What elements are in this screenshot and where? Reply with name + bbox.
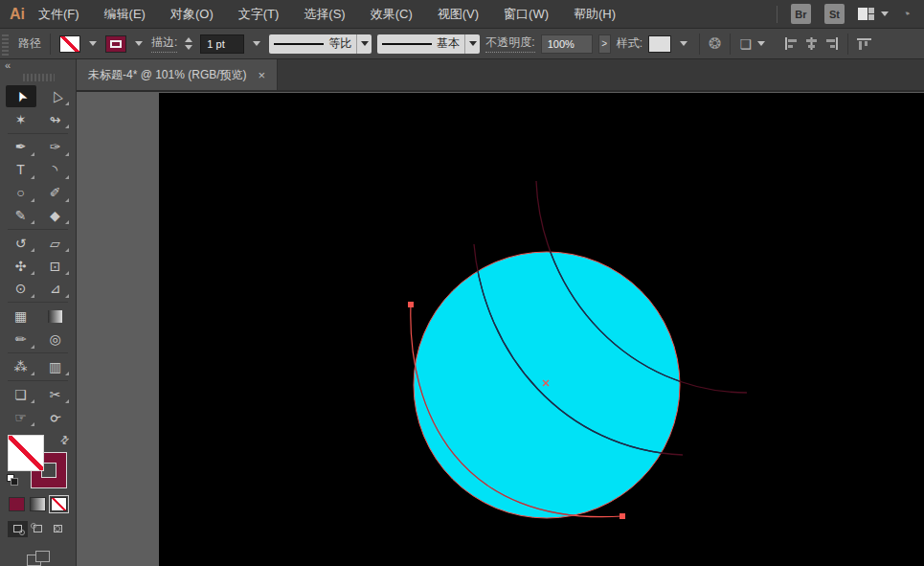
hand-tool[interactable]: ☞ — [6, 406, 36, 428]
stroke-color-dropdown[interactable] — [132, 35, 146, 53]
menu-items: 文件(F) 编辑(E) 对象(O) 文字(T) 选择(S) 效果(C) 视图(V… — [38, 6, 616, 23]
zoom-tool[interactable]: ☌ — [40, 406, 71, 428]
graphic-style-dropdown[interactable] — [677, 35, 690, 53]
vertical-align-top-button[interactable] — [857, 37, 871, 50]
curvature-tool[interactable]: ✑ — [40, 136, 71, 158]
menu-item-window[interactable]: 窗口(W) — [504, 6, 549, 23]
gpu-performance-icon[interactable]: ◔ — [899, 5, 913, 23]
menu-item-type[interactable]: 文字(T) — [238, 6, 280, 23]
control-bar-grip[interactable] — [2, 33, 9, 56]
shaper-tool[interactable]: ✎ — [6, 204, 36, 226]
stroke-weight-stepper[interactable] — [183, 37, 194, 50]
canvas-area[interactable] — [77, 92, 924, 566]
chevron-down-icon — [361, 41, 369, 46]
anchor-point-end[interactable] — [620, 513, 625, 519]
document-tab[interactable]: 未标题-4* @ 101% (RGB/预览) × — [77, 59, 278, 90]
stroke-weight-dropdown[interactable] — [250, 35, 263, 53]
draw-inside-button[interactable] — [48, 521, 68, 537]
panel-drag-grip[interactable] — [21, 74, 55, 81]
graphic-style-swatch[interactable] — [648, 35, 671, 53]
none-button[interactable] — [51, 497, 67, 511]
menu-item-effect[interactable]: 效果(C) — [371, 6, 413, 23]
control-bar: 路径 描边: 1 pt 等比 基本 不透明度: 100% > 样式: ❂ ❏ — [0, 29, 924, 59]
document-setup-icon[interactable]: ❏ — [739, 36, 752, 52]
artwork-circle[interactable] — [414, 252, 680, 518]
menu-item-object[interactable]: 对象(O) — [170, 6, 214, 23]
document-tab-title: 未标题-4* @ 101% (RGB/预览) — [88, 67, 247, 83]
opacity-field[interactable]: 100% — [541, 34, 593, 54]
curvature-tool-icon: ✑ — [50, 140, 61, 153]
chevron-down-icon — [881, 11, 889, 16]
fill-stroke-indicator: ⇄ — [7, 434, 70, 488]
workspace-switcher[interactable] — [858, 8, 889, 20]
rotate-tool[interactable]: ↺ — [6, 232, 36, 254]
pen-tool-icon: ✒ — [15, 140, 27, 153]
eraser-tool[interactable]: ◆ — [40, 204, 71, 226]
pen-tool[interactable]: ✒ — [6, 136, 36, 158]
type-tool[interactable]: T — [6, 159, 36, 181]
fill-proxy-swatch[interactable] — [9, 436, 43, 470]
magic-wand-tool[interactable]: ✶ — [6, 108, 36, 130]
fill-color-dropdown[interactable] — [86, 35, 100, 53]
stroke-label[interactable]: 描边: — [151, 34, 177, 53]
slice-tool[interactable]: ✂ — [40, 383, 71, 405]
menu-item-edit[interactable]: 编辑(E) — [104, 6, 146, 23]
variable-width-profile-select[interactable]: 等比 — [269, 34, 372, 54]
artboard-tool[interactable]: ❏ — [6, 383, 36, 405]
change-screen-mode-icon[interactable] — [27, 551, 50, 566]
color-button[interactable] — [9, 497, 25, 511]
gradient-button[interactable] — [30, 497, 46, 511]
menu-item-file[interactable]: 文件(F) — [38, 6, 79, 23]
perspective-grid-tool-icon: ⊿ — [50, 282, 61, 295]
column-graph-tool[interactable]: ▥ — [40, 355, 71, 377]
selection-tool-icon: ➤ — [12, 89, 30, 105]
brush-definition-select[interactable]: 基本 — [377, 34, 480, 54]
line-segment-tool[interactable]: ◝ — [40, 159, 71, 181]
menu-item-view[interactable]: 视图(V) — [438, 6, 479, 23]
drawing-mode-buttons — [0, 521, 76, 537]
magic-wand-tool-icon: ✶ — [15, 113, 27, 126]
free-transform-tool[interactable]: ⊡ — [40, 255, 71, 277]
draw-behind-button[interactable] — [28, 521, 48, 537]
chevron-down-icon[interactable] — [757, 41, 765, 46]
perspective-grid-tool[interactable]: ⊿ — [40, 278, 71, 300]
direct-selection-tool[interactable]: ▷ — [40, 85, 71, 107]
opacity-label[interactable]: 不透明度: — [485, 34, 534, 53]
eyedropper-tool[interactable]: ✏ — [6, 328, 36, 351]
lasso-tool[interactable]: ↬ — [40, 108, 71, 130]
menu-item-select[interactable]: 选择(S) — [304, 6, 345, 23]
mesh-tool[interactable]: ▦ — [6, 306, 36, 328]
chevron-down-icon — [469, 41, 477, 46]
collapse-panel-button[interactable]: « — [0, 59, 76, 74]
draw-normal-button[interactable] — [8, 521, 28, 537]
align-right-button[interactable] — [824, 37, 839, 50]
slice-tool-icon: ✂ — [50, 388, 61, 401]
swap-fill-stroke-icon[interactable]: ⇄ — [57, 433, 73, 448]
artboard-tool-icon: ❏ — [14, 388, 27, 401]
stroke-weight-field[interactable]: 1 pt — [200, 34, 244, 54]
align-left-button[interactable] — [784, 37, 799, 50]
default-fill-stroke-icon[interactable] — [7, 474, 18, 486]
fill-color-swatch[interactable] — [59, 35, 80, 53]
bridge-button[interactable]: Br — [791, 4, 811, 24]
opacity-expand-button[interactable]: > — [598, 34, 611, 54]
recolor-artwork-icon[interactable]: ❂ — [709, 34, 721, 53]
ellipse-tool[interactable]: ○ — [6, 182, 36, 204]
blend-tool[interactable]: ◎ — [40, 328, 71, 351]
menu-item-help[interactable]: 帮助(H) — [574, 6, 616, 23]
adobe-stock-button[interactable]: St — [824, 4, 845, 24]
blend-tool-icon: ◎ — [49, 332, 60, 346]
selection-tool[interactable]: ➤ — [6, 85, 36, 107]
gradient-tool[interactable] — [40, 306, 71, 328]
stroke-color-swatch[interactable] — [105, 35, 126, 53]
anchor-point-start[interactable] — [408, 302, 414, 307]
close-tab-icon[interactable]: × — [259, 68, 266, 82]
align-center-button[interactable] — [804, 37, 819, 50]
width-tool[interactable]: ✣ — [6, 255, 36, 277]
eyedropper-tool-icon: ✏ — [15, 332, 27, 346]
symbol-sprayer-tool[interactable]: ⁂ — [6, 355, 36, 377]
paintbrush-tool[interactable]: ✐ — [40, 182, 71, 204]
menu-bar: Ai 文件(F) 编辑(E) 对象(O) 文字(T) 选择(S) 效果(C) 视… — [0, 0, 924, 29]
shape-builder-tool[interactable]: ⊙ — [6, 278, 36, 300]
scale-tool[interactable]: ▱ — [40, 232, 71, 254]
